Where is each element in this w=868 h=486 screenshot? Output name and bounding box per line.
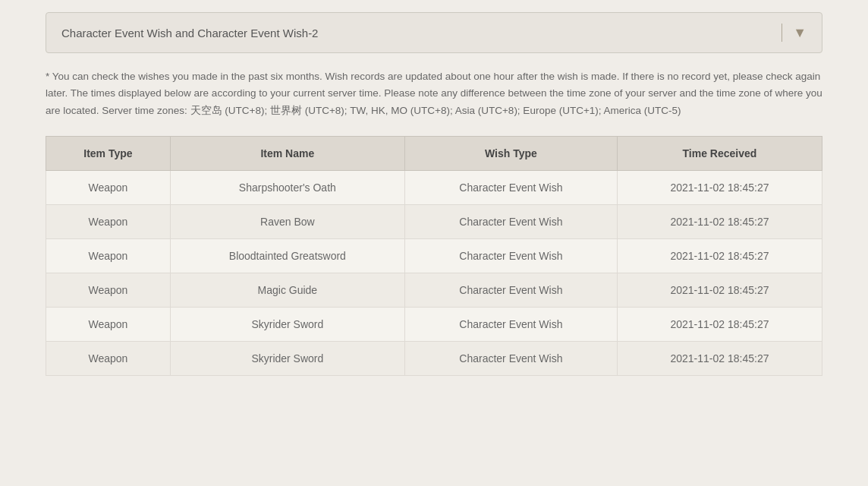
cell-wish-type: Character Event Wish (404, 307, 617, 341)
cell-wish-type: Character Event Wish (404, 238, 617, 273)
cell-time-received: 2021-11-02 18:45:27 (617, 238, 822, 273)
cell-item-name: Skyrider Sword (170, 341, 404, 375)
cell-wish-type: Character Event Wish (404, 204, 617, 238)
page-wrapper: Character Event Wish and Character Event… (0, 0, 868, 399)
cell-wish-type: Character Event Wish (404, 170, 617, 204)
cell-item-name: Skyrider Sword (170, 307, 404, 341)
table-row: WeaponRaven BowCharacter Event Wish2021-… (46, 204, 822, 238)
column-header-wish-type: Wish Type (404, 136, 617, 170)
cell-item-name: Bloodtainted Greatsword (170, 238, 404, 273)
table-header: Item Type Item Name Wish Type Time Recei… (46, 136, 822, 170)
cell-time-received: 2021-11-02 18:45:27 (617, 204, 822, 238)
table-body: WeaponSharpshooter's OathCharacter Event… (46, 170, 822, 375)
cell-time-received: 2021-11-02 18:45:27 (617, 273, 822, 307)
cell-wish-type: Character Event Wish (404, 341, 617, 375)
cell-item-type: Weapon (46, 238, 171, 273)
table-row: WeaponSkyrider SwordCharacter Event Wish… (46, 307, 822, 341)
table-header-row: Item Type Item Name Wish Type Time Recei… (46, 136, 822, 170)
cell-time-received: 2021-11-02 18:45:27 (617, 307, 822, 341)
table-row: WeaponMagic GuideCharacter Event Wish202… (46, 273, 822, 307)
table-row: WeaponSkyrider SwordCharacter Event Wish… (46, 341, 822, 375)
chevron-down-icon: ▼ (793, 25, 807, 41)
table-row: WeaponBloodtainted GreatswordCharacter E… (46, 238, 822, 273)
cell-wish-type: Character Event Wish (404, 273, 617, 307)
cell-time-received: 2021-11-02 18:45:27 (617, 170, 822, 204)
cell-item-type: Weapon (46, 204, 171, 238)
column-header-item-type: Item Type (46, 136, 171, 170)
wish-history-table: Item Type Item Name Wish Type Time Recei… (46, 136, 822, 376)
wish-type-dropdown[interactable]: Character Event Wish and Character Event… (46, 12, 822, 53)
cell-item-type: Weapon (46, 273, 171, 307)
cell-time-received: 2021-11-02 18:45:27 (617, 341, 822, 375)
cell-item-type: Weapon (46, 170, 171, 204)
cell-item-name: Raven Bow (170, 204, 404, 238)
cell-item-type: Weapon (46, 307, 171, 341)
dropdown-right: ▼ (782, 24, 807, 42)
cell-item-name: Sharpshooter's Oath (170, 170, 404, 204)
info-text: * You can check the wishes you made in t… (46, 68, 822, 119)
dropdown-divider (782, 24, 782, 42)
column-header-time-received: Time Received (617, 136, 822, 170)
dropdown-selected-label: Character Event Wish and Character Event… (61, 27, 318, 39)
column-header-item-name: Item Name (170, 136, 404, 170)
cell-item-type: Weapon (46, 341, 171, 375)
table-row: WeaponSharpshooter's OathCharacter Event… (46, 170, 822, 204)
cell-item-name: Magic Guide (170, 273, 404, 307)
